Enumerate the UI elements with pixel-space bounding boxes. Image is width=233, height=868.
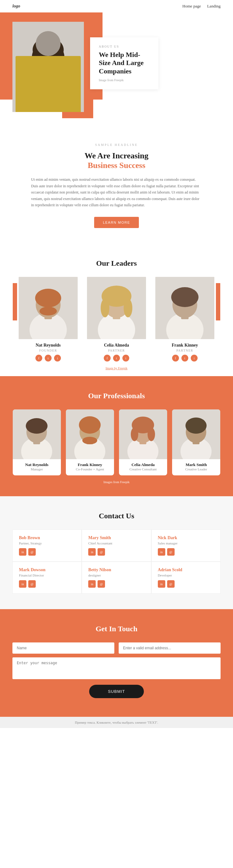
email-icon-5[interactable]: @ bbox=[167, 580, 175, 588]
facebook-icon-1[interactable]: f bbox=[104, 355, 110, 362]
linkedin-icon-5[interactable]: in bbox=[158, 580, 165, 588]
pro-photo-0 bbox=[13, 409, 61, 459]
nav-home[interactable]: Home page bbox=[182, 4, 201, 9]
hero-freepik-note: Image from Freepik bbox=[99, 79, 150, 82]
svg-rect-7 bbox=[30, 83, 67, 87]
svg-rect-0 bbox=[12, 22, 84, 112]
linkedin-icon-1[interactable]: in bbox=[88, 548, 96, 556]
leaders-freepik-link[interactable]: Image by Freepik bbox=[12, 367, 221, 370]
leader-photo-2 bbox=[155, 277, 214, 339]
email-icon-2[interactable]: @ bbox=[167, 548, 175, 556]
svg-point-19 bbox=[101, 299, 109, 317]
learn-more-button[interactable]: LEARN MORE bbox=[94, 217, 139, 228]
facebook-icon-2[interactable]: f bbox=[172, 355, 179, 362]
contact-card-0: Bob Brown Partner, Strategy in @ bbox=[12, 529, 82, 562]
pro-name-1: Frank Kinney bbox=[66, 462, 114, 467]
sample-headline: SAMPLE HEADLINE bbox=[31, 143, 202, 147]
professionals-section: Our Professionals Nat Reynolds Manager bbox=[0, 376, 233, 496]
facebook-icon-0[interactable]: f bbox=[35, 355, 42, 362]
contact-card-2: Nick Dark Sales manager in @ bbox=[151, 529, 221, 562]
email-input[interactable] bbox=[119, 643, 221, 654]
svg-point-12 bbox=[35, 289, 61, 307]
nav-landing[interactable]: Landing bbox=[207, 4, 221, 9]
professionals-freepik-note: Images from Freepik bbox=[12, 480, 221, 484]
hero-section: ABOUT US We Help Mid-Size And Large Comp… bbox=[0, 12, 233, 124]
leader-role-0: FOUNDER bbox=[17, 349, 79, 352]
linkedin-icon-4[interactable]: in bbox=[88, 580, 96, 588]
email-icon-0[interactable]: @ bbox=[28, 548, 36, 556]
leader-social-1: f t i bbox=[86, 355, 147, 362]
leader-card-0: Nat Reynolds FOUNDER f t i bbox=[17, 277, 79, 362]
linkedin-icon-3[interactable]: in bbox=[19, 580, 26, 588]
email-icon-4[interactable]: @ bbox=[98, 580, 105, 588]
contact-section: Contact Us Bob Brown Partner, Strategy i… bbox=[0, 496, 233, 609]
message-textarea[interactable] bbox=[12, 657, 221, 679]
navbar: logo Home page Landing bbox=[0, 0, 233, 12]
business-section: SAMPLE HEADLINE We Are Increasing Busine… bbox=[0, 124, 233, 244]
business-body: Ut enim ad minim veniam, quis nostrud ex… bbox=[31, 177, 202, 208]
svg-point-5 bbox=[32, 47, 43, 71]
email-icon-3[interactable]: @ bbox=[28, 580, 36, 588]
twitter-icon-0[interactable]: t bbox=[45, 355, 52, 362]
svg-point-3 bbox=[33, 41, 63, 74]
pro-photo-1 bbox=[66, 409, 114, 459]
contact-icons-1: in @ bbox=[88, 548, 144, 556]
leader-photo-wrap-1 bbox=[86, 277, 147, 339]
contact-name-5: Adrian Scold bbox=[158, 567, 214, 572]
svg-point-1 bbox=[25, 65, 71, 112]
contact-card-3: Mark Dowson Financial Director in @ bbox=[12, 562, 82, 594]
contact-role-4: desiigner bbox=[88, 574, 144, 577]
pro-photo-2 bbox=[119, 409, 167, 459]
logo: logo bbox=[12, 4, 20, 9]
instagram-icon-2[interactable]: i bbox=[191, 355, 198, 362]
leader-card-2: Frank Kinney PARTNER f t i bbox=[154, 277, 216, 362]
linkedin-icon-2[interactable]: in bbox=[158, 548, 165, 556]
linkedin-icon-0[interactable]: in bbox=[19, 548, 26, 556]
professionals-grid: Nat Reynolds Manager Frank Kinney Co-Fou… bbox=[12, 409, 221, 475]
contact-name-0: Bob Brown bbox=[19, 535, 75, 540]
submit-button[interactable]: SUBMIT bbox=[89, 685, 143, 698]
twitter-icon-1[interactable]: t bbox=[113, 355, 120, 362]
pro-name-2: Celia Almeda bbox=[119, 462, 167, 467]
contact-icons-0: in @ bbox=[19, 548, 75, 556]
svg-point-13 bbox=[39, 307, 57, 315]
contact-role-3: Financial Director bbox=[19, 574, 75, 577]
pro-role-2: Creative Consultant bbox=[119, 467, 167, 471]
contact-name-4: Betty Nilson bbox=[88, 567, 144, 572]
business-heading: We Are Increasing Business Success bbox=[31, 151, 202, 170]
contact-role-2: Sales manager bbox=[158, 541, 214, 545]
name-input[interactable] bbox=[12, 643, 114, 654]
svg-point-42 bbox=[131, 428, 138, 441]
contact-name-3: Mark Dowson bbox=[19, 567, 75, 572]
footer-note: Пример текса. Кликните, чтобы выбрать эл… bbox=[0, 717, 233, 728]
svg-point-20 bbox=[124, 299, 132, 317]
pro-card-3: Mark Smith Creative Leader bbox=[172, 409, 220, 475]
svg-point-36 bbox=[82, 437, 97, 444]
leader-photo-wrap-2 bbox=[154, 277, 216, 339]
contact-icons-4: in @ bbox=[88, 580, 144, 588]
contact-card-4: Betty Nilson desiigner in @ bbox=[82, 562, 151, 594]
pro-name-3: Mark Smith bbox=[172, 462, 220, 467]
leader-name-2: Frank Kinney bbox=[154, 343, 216, 348]
form-name-email-row bbox=[12, 643, 221, 654]
contact-name-2: Nick Dark bbox=[158, 535, 214, 540]
leaders-grid: Nat Reynolds FOUNDER f t i bbox=[12, 277, 221, 362]
hero-woman-photo bbox=[12, 22, 84, 112]
contact-grid: Bob Brown Partner, Strategy in @ Mary Sm… bbox=[12, 529, 221, 594]
twitter-icon-2[interactable]: t bbox=[181, 355, 188, 362]
contact-role-1: Chief Accountant bbox=[88, 541, 144, 545]
hero-card: ABOUT US We Help Mid-Size And Large Comp… bbox=[90, 37, 159, 89]
leader-photo-1 bbox=[87, 277, 146, 339]
contact-role-0: Partner, Strategy bbox=[19, 541, 75, 545]
leader-social-0: f t i bbox=[17, 355, 79, 362]
instagram-icon-0[interactable]: i bbox=[54, 355, 61, 362]
nav-links: Home page Landing bbox=[182, 4, 221, 9]
pro-card-2: Celia Almeda Creative Consultant bbox=[119, 409, 167, 475]
leaders-section: Our Leaders Nat Reynolds FOUNDER bbox=[0, 244, 233, 376]
leader-social-2: f t i bbox=[154, 355, 216, 362]
contact-name-1: Mary Smith bbox=[88, 535, 144, 540]
email-icon-1[interactable]: @ bbox=[98, 548, 105, 556]
pro-role-1: Co-Founder + Agent bbox=[66, 467, 114, 471]
instagram-icon-1[interactable]: i bbox=[123, 355, 129, 362]
contact-icons-2: in @ bbox=[158, 548, 214, 556]
